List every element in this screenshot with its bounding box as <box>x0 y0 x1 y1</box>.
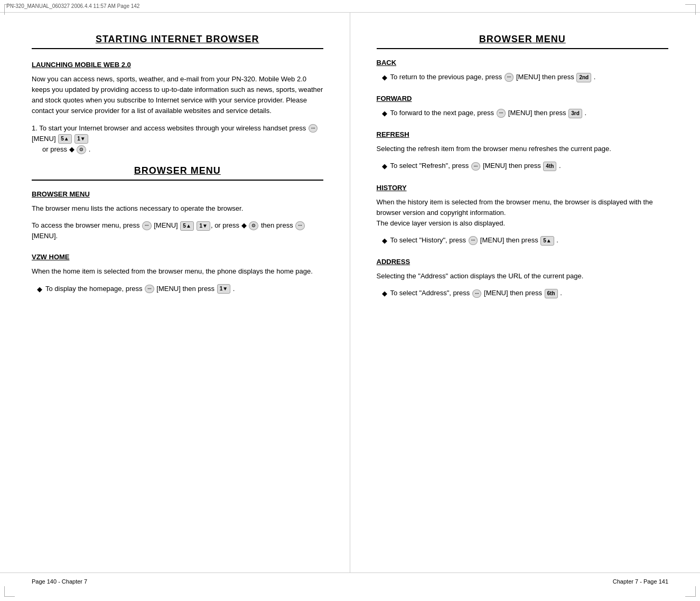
reg-mark-bl <box>4 586 15 597</box>
left-main-title: STARTING INTERNET BROWSER <box>32 34 323 45</box>
reg-mark-tr <box>685 4 696 15</box>
browser-menu-heading: BROWSER MENU <box>32 190 323 198</box>
bullet-diamond-1: ◆ <box>37 284 42 295</box>
key-5b: 5▲ <box>180 221 193 231</box>
left-title-divider <box>32 48 323 49</box>
key-5th: 5▲ <box>540 236 554 246</box>
footer-left: Page 140 - Chapter 7 <box>32 578 87 585</box>
left-column: STARTING INTERNET BROWSER LAUNCHING MOBI… <box>0 13 350 572</box>
launching-heading: LAUNCHING MOBILE WEB 2.0 <box>32 61 323 69</box>
forward-bullet-text: To forward to the next page, press ··· [… <box>390 108 587 118</box>
header-text: PN-320_MANUAL_060327 2006.4.4 11:57 AM P… <box>6 3 139 9</box>
bullet-diamond-addr: ◆ <box>382 288 387 299</box>
menu-key-3: ··· <box>295 221 305 230</box>
launching-body: Now you can access news, sports, weather… <box>32 74 323 117</box>
history-heading: HISTORY <box>377 184 669 192</box>
bullet-diamond-refresh: ◆ <box>382 161 387 172</box>
menu-key-refresh: ··· <box>471 162 481 171</box>
refresh-bullet: ◆ To select "Refresh", press ··· [MENU] … <box>377 161 669 172</box>
nav-key-1: ⊙ <box>77 145 86 154</box>
right-column: BROWSER MENU BACK ◆ To return to the pre… <box>350 13 701 572</box>
bullet-diamond-fwd: ◆ <box>382 108 387 119</box>
address-heading: ADDRESS <box>377 258 669 266</box>
left-browser-menu-title: BROWSER MENU <box>32 165 323 176</box>
browser-menu-body2: To access the browser menu, press ··· [M… <box>32 220 323 241</box>
key-2nd: 2nd <box>576 73 591 82</box>
history-bullet-text: To select "History", press ··· [MENU] th… <box>390 235 558 246</box>
browser-menu-body1: The browser menu lists the actions neces… <box>32 203 323 214</box>
key-1c: 1▼ <box>197 221 210 231</box>
bullet-diamond-back: ◆ <box>382 72 387 83</box>
right-main-title: BROWSER MENU <box>377 34 669 45</box>
menu-key-back: ··· <box>505 73 514 82</box>
step1-text: 1. To start your Internet browser and ac… <box>32 123 323 155</box>
refresh-heading: REFRESH <box>377 130 669 138</box>
vzw-body: When the home item is selected from the … <box>32 266 323 277</box>
back-bullet-text: To return to the previous page, press ··… <box>390 72 596 82</box>
key-3rd: 3rd <box>568 109 582 118</box>
bullet-diamond-history: ◆ <box>382 236 387 246</box>
key-5a: 5▲ <box>58 134 71 144</box>
menu-key-1: ··· <box>309 124 318 133</box>
address-bullet: ◆ To select "Address", press ··· [MENU] … <box>377 288 669 299</box>
right-title-divider <box>377 48 669 49</box>
page-header: PN-320_MANUAL_060327 2006.4.4 11:57 AM P… <box>0 0 700 13</box>
key-6th: 6th <box>545 289 558 298</box>
nav-key-2: ⊙ <box>249 221 258 230</box>
refresh-bullet-text: To select "Refresh", press ··· [MENU] th… <box>390 161 561 171</box>
menu-key-history: ··· <box>469 236 478 245</box>
history-body: When the history item is selected from t… <box>377 197 669 229</box>
left-bm-divider <box>32 180 323 181</box>
main-columns: STARTING INTERNET BROWSER LAUNCHING MOBI… <box>0 13 700 572</box>
address-bullet-text: To select "Address", press ··· [MENU] th… <box>390 288 562 298</box>
footer-right: Chapter 7 - Page 141 <box>613 578 668 585</box>
forward-heading: FORWARD <box>377 95 669 102</box>
reg-mark-tl <box>4 4 15 15</box>
menu-key-addr: ··· <box>472 289 482 298</box>
vzw-bullet-text: To display the homepage, press ··· [MENU… <box>45 284 235 294</box>
address-body: Selecting the "Address" action displays … <box>377 271 669 281</box>
key-4th: 4th <box>543 162 556 171</box>
reg-mark-br <box>685 586 696 597</box>
menu-key-2: ··· <box>142 221 152 230</box>
history-bullet: ◆ To select "History", press ··· [MENU] … <box>377 235 669 246</box>
refresh-body: Selecting the refresh item from the brow… <box>377 144 669 154</box>
page-footer: Page 140 - Chapter 7 Chapter 7 - Page 14… <box>0 572 700 590</box>
vzw-home-heading: VZW HOME <box>32 253 323 261</box>
back-bullet: ◆ To return to the previous page, press … <box>377 72 669 83</box>
key-1d: 1▼ <box>217 284 230 294</box>
vzw-bullet: ◆ To display the homepage, press ··· [ME… <box>32 284 323 295</box>
back-heading: BACK <box>377 59 669 67</box>
key-1b: 1▼ <box>74 134 88 144</box>
forward-bullet: ◆ To forward to the next page, press ···… <box>377 108 669 119</box>
menu-key-fwd: ··· <box>497 109 506 118</box>
menu-key-4: ··· <box>145 285 154 294</box>
